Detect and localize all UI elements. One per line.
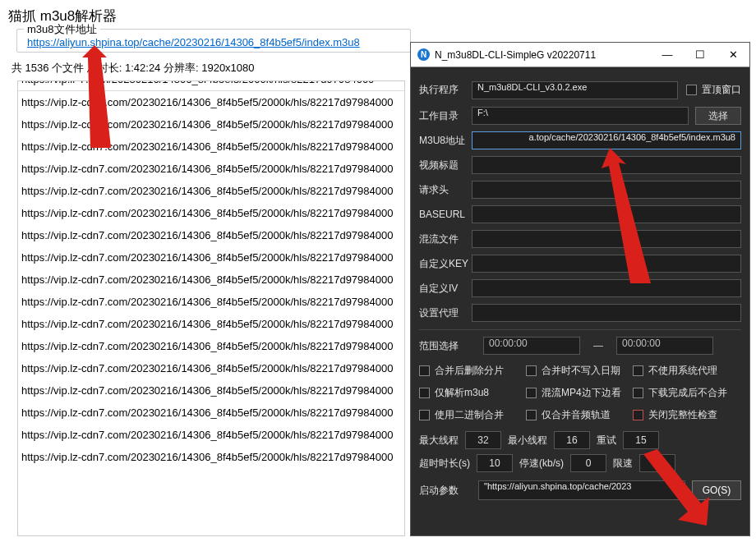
key-input[interactable] (472, 255, 741, 273)
stop-speed-label: 停速(kb/s) (519, 457, 564, 471)
minimize-button[interactable]: — (651, 43, 684, 67)
headers-label: 请求头 (419, 183, 472, 197)
limit-label: 限速 (613, 457, 633, 471)
check-no-system-proxy[interactable] (633, 365, 643, 376)
proxy-label: 设置代理 (419, 306, 472, 320)
min-thread-label: 最小线程 (508, 434, 547, 448)
url-row[interactable]: https://vip.lz-cdn7.com/20230216/14306_8… (18, 313, 404, 335)
check-delete-after-merge[interactable] (419, 365, 430, 376)
range-label: 范围选择 (419, 339, 472, 353)
topmost-label: 置顶窗口 (702, 83, 741, 97)
video-title-label: 视频标题 (419, 158, 472, 172)
maximize-button[interactable]: ☐ (684, 43, 717, 67)
check-binary-merge[interactable] (419, 410, 430, 420)
url-row[interactable]: https://vip.lz-cdn7.com/20230216/14306_8… (18, 158, 404, 180)
check-no-merge-after[interactable] (633, 388, 643, 398)
downloader-window: N N_m3u8DL-CLI-SimpleG v20220711 — ☐ ✕ 执… (410, 42, 750, 536)
downloader-body: 执行程序 N_m3u8DL-CLI_v3.0.2.exe 置顶窗口 工作目录 F… (411, 67, 749, 535)
url-row[interactable]: https://vip.lz-cdn7.com/20230216/14306_8… (18, 446, 404, 468)
url-list[interactable]: https://vip.lr-7.com/20230216/14306_8f4b… (17, 80, 405, 536)
url-row[interactable]: https://vip.lz-cdn7.com/20230216/14306_8… (18, 136, 404, 158)
url-row[interactable]: https://vip.lz-cdn7.com/20230216/14306_8… (18, 180, 404, 202)
file-address-section: m3u8文件地址 https://aliyun.shpina.top/cache… (16, 29, 411, 53)
summary-text: 共 1536 个文件 总时长: 1:42:24 分辨率: 1920x1080 (12, 57, 411, 80)
workdir-browse-button[interactable]: 选择 (695, 107, 741, 125)
check-no-date-on-merge[interactable] (526, 365, 537, 376)
url-row[interactable]: https://vip.lz-cdn7.com/20230216/14306_8… (18, 202, 404, 224)
check-audio-only[interactable] (526, 410, 537, 420)
titlebar[interactable]: N N_m3u8DL-CLI-SimpleG v20220711 — ☐ ✕ (411, 43, 749, 67)
key-label: 自定义KEY (419, 257, 472, 271)
headers-input[interactable] (472, 181, 741, 199)
url-row[interactable]: https://vip.lz-cdn7.com/20230216/14306_8… (18, 335, 404, 357)
baseurl-input[interactable] (472, 205, 741, 223)
url-row[interactable]: https://vip.lz-cdn7.com/20230216/14306_8… (18, 91, 404, 113)
url-row[interactable]: https://vip.lr-7.com/20230216/14306_8f4b… (18, 80, 404, 91)
url-row[interactable]: https://vip.lz-cdn7.com/20230216/14306_8… (18, 379, 404, 402)
retry-input[interactable]: 15 (623, 431, 659, 449)
workdir-label: 工作目录 (419, 109, 472, 123)
url-row[interactable]: https://vip.lz-cdn7.com/20230216/14306_8… (18, 113, 404, 136)
url-row[interactable]: https://vip.lz-cdn7.com/20230216/14306_8… (18, 291, 404, 313)
retry-label: 重试 (597, 434, 616, 448)
go-button[interactable]: GO(S) (692, 480, 741, 500)
range-dash: — (593, 340, 603, 351)
file-address-link[interactable]: https://aliyun.shpina.top/cache/20230216… (27, 36, 400, 48)
max-thread-input[interactable]: 32 (465, 431, 501, 449)
exec-input[interactable]: N_m3u8DL-CLI_v3.0.2.exe (472, 81, 678, 99)
m3u8-input[interactable]: a.top/cache/20230216/14306_8f4b5ef5/inde… (472, 131, 741, 149)
baseurl-label: BASEURL (419, 209, 472, 220)
proxy-input[interactable] (472, 304, 741, 322)
launch-args-input[interactable]: "https://aliyun.shpina.top/cache/2023 (478, 480, 685, 500)
url-row[interactable]: https://vip.lz-cdn7.com/20230216/14306_8… (18, 224, 404, 246)
min-thread-input[interactable]: 16 (554, 431, 590, 449)
window-title: N_m3u8DL-CLI-SimpleG v20220711 (435, 49, 651, 61)
mux-input[interactable] (472, 230, 741, 248)
timeout-input[interactable]: 10 (477, 454, 513, 472)
iv-input[interactable] (472, 279, 741, 297)
app-icon: N (417, 48, 430, 61)
launch-label: 启动参数 (419, 484, 472, 498)
m3u8-label: M3U8地址 (419, 134, 472, 148)
url-row[interactable]: https://vip.lz-cdn7.com/20230216/14306_8… (18, 269, 404, 291)
url-row[interactable]: https://vip.lz-cdn7.com/20230216/14306_8… (18, 402, 404, 424)
exec-label: 执行程序 (419, 83, 472, 97)
max-thread-label: 最大线程 (419, 434, 459, 448)
check-disable-integrity[interactable] (633, 410, 643, 420)
workdir-input[interactable]: F:\ (472, 107, 689, 125)
range-end-input[interactable]: 00:00:00 (616, 337, 713, 355)
options-grid: 合并后删除分片 合并时不写入日期 不使用系统代理 仅解析m3u8 混流MP4边下… (419, 360, 741, 426)
timeout-label: 超时时长(s) (419, 457, 470, 471)
check-mux-mp4[interactable] (526, 388, 537, 398)
close-button[interactable]: ✕ (717, 43, 749, 67)
file-address-label: m3u8文件地址 (24, 22, 100, 37)
check-parse-only[interactable] (419, 388, 430, 398)
left-panel: m3u8文件地址 https://aliyun.shpina.top/cache… (0, 29, 411, 536)
url-row[interactable]: https://vip.lz-cdn7.com/20230216/14306_8… (18, 357, 404, 379)
video-title-input[interactable] (472, 156, 741, 174)
limit-input[interactable]: 0 (639, 454, 675, 472)
separator (419, 329, 741, 330)
mux-label: 混流文件 (419, 232, 472, 246)
stop-speed-input[interactable]: 0 (570, 454, 606, 472)
range-start-input[interactable]: 00:00:00 (483, 337, 580, 355)
app-title: 猫抓 m3u8解析器 (0, 0, 756, 29)
iv-label: 自定义IV (419, 282, 472, 296)
url-row[interactable]: https://vip.lz-cdn7.com/20230216/14306_8… (18, 424, 404, 446)
url-row[interactable]: https://vip.lz-cdn7.com/20230216/14306_8… (18, 246, 404, 269)
topmost-checkbox[interactable] (686, 85, 697, 95)
